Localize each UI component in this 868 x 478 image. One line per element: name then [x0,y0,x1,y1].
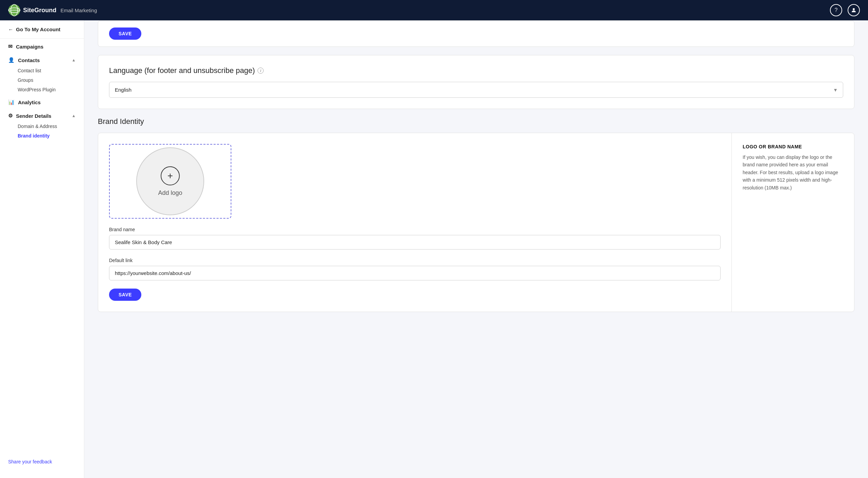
back-arrow-icon: ← [8,26,13,32]
brand-identity-title: Brand Identity [98,117,854,126]
brand-name-input[interactable] [109,235,721,250]
sidebar: ← Go To My Account ✉ Campaigns 👤 Contact… [0,20,84,478]
wordpress-plugin-label: WordPress Plugin [18,87,56,92]
logo-text: SiteGround [23,7,56,14]
contacts-chevron-icon: ▲ [72,58,76,62]
topnav-actions: ? [830,4,860,16]
share-feedback[interactable]: Share your feedback [0,454,84,470]
language-title-text: Language (for footer and unsubscribe pag… [109,66,255,75]
help-button[interactable]: ? [830,4,842,16]
analytics-label: Analytics [18,99,41,105]
siteground-logo-icon [8,4,20,16]
brand-left-panel: + Add logo Brand name Default link [98,133,732,312]
add-logo-text: Add logo [158,189,182,197]
goto-label: Go To My Account [16,26,60,32]
groups-label: Groups [18,77,33,83]
account-button[interactable] [848,4,860,16]
default-link-label: Default link [109,258,721,263]
sidebar-subitem-contact-list[interactable]: Contact list [0,66,84,75]
contacts-label: Contacts [18,57,40,63]
plus-icon: + [161,166,180,185]
sidebar-subitem-wordpress-plugin[interactable]: WordPress Plugin [0,85,84,94]
sidebar-item-analytics[interactable]: 📊 Analytics [0,94,84,108]
brand-identity-section: Brand Identity + Add logo Brand name [98,117,854,312]
top-save-button[interactable]: SAVE [109,27,141,40]
brand-right-text: If you wish, you can display the logo or… [743,153,843,191]
campaigns-icon: ✉ [8,43,13,50]
main-content: SAVE Language (for footer and unsubscrib… [84,20,868,478]
language-info-icon[interactable]: i [258,68,264,74]
logo-circle[interactable]: + Add logo [136,147,204,215]
goto-my-account[interactable]: ← Go To My Account [0,20,84,39]
default-link-input[interactable] [109,266,721,280]
plus-symbol: + [167,170,173,181]
app-title: Email Marketing [60,7,97,13]
language-section-title: Language (for footer and unsubscribe pag… [109,66,843,75]
sidebar-subitem-brand-identity[interactable]: Brand identity [0,131,84,141]
contacts-icon: 👤 [8,57,15,63]
sender-details-label: Sender Details [16,113,51,119]
brand-identity-label: Brand identity [18,133,50,139]
language-select[interactable]: English Spanish French German Italian [109,82,843,98]
sender-details-chevron-icon: ▲ [72,113,76,118]
brand-right-title: LOGO OR BRAND NAME [743,144,843,149]
brand-save-button[interactable]: SAVE [109,289,141,301]
campaigns-label: Campaigns [16,44,43,50]
language-card: Language (for footer and unsubscribe pag… [98,55,854,109]
top-save-card: SAVE [98,20,854,47]
language-select-wrap: English Spanish French German Italian ▼ [109,82,843,98]
brand-name-group: Brand name [109,227,721,250]
contact-list-label: Contact list [18,68,41,73]
domain-address-label: Domain & Address [18,124,57,129]
svg-point-4 [853,8,855,10]
analytics-icon: 📊 [8,99,15,105]
brand-right-panel: LOGO OR BRAND NAME If you wish, you can … [732,133,854,312]
sender-details-icon: ⚙ [8,113,13,119]
sidebar-subitem-domain-address[interactable]: Domain & Address [0,122,84,131]
brand-save-group: SAVE [109,289,721,301]
default-link-group: Default link [109,258,721,280]
sidebar-subitem-groups[interactable]: Groups [0,75,84,85]
feedback-label: Share your feedback [8,459,52,464]
sidebar-item-contacts[interactable]: 👤 Contacts ▲ [0,52,84,66]
top-navigation: SiteGround Email Marketing ? [0,0,868,20]
site-logo: SiteGround [8,4,56,16]
account-icon [851,7,857,13]
brand-identity-card: + Add logo Brand name Default link [98,133,854,312]
sidebar-item-sender-details[interactable]: ⚙ Sender Details ▲ [0,108,84,122]
brand-name-label: Brand name [109,227,721,232]
logo-upload-area[interactable]: + Add logo [109,144,231,219]
sidebar-item-campaigns[interactable]: ✉ Campaigns [0,39,84,52]
